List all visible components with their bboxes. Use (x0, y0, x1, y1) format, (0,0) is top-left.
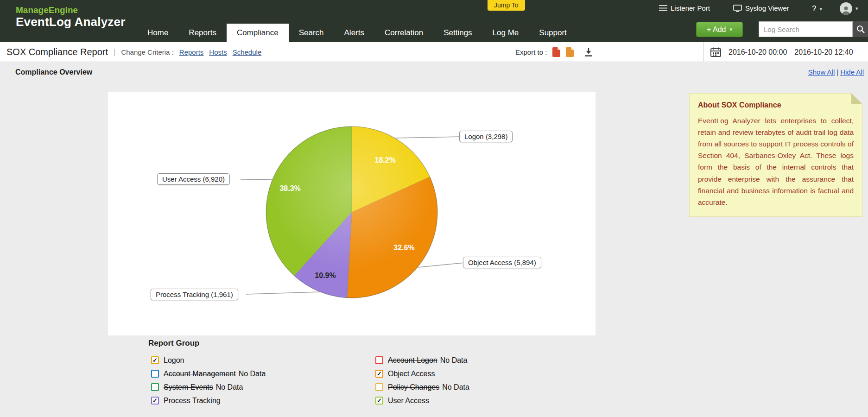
report-group-column-left: ✓ Logon ✓ Account ManagementNo Data ✓ Sy… (151, 354, 266, 407)
hide-all-link[interactable]: Hide All (840, 68, 864, 76)
page-title: SOX Compliance Report (6, 47, 108, 57)
brand-product-name: EventLog Analyzer (16, 15, 126, 29)
log-search-input[interactable] (759, 21, 853, 37)
no-data-label: No Data (442, 383, 469, 391)
nav-home[interactable]: Home (137, 24, 178, 42)
callout-process-tracking: Process Tracking (1,961) (151, 289, 238, 300)
criteria-hosts-link[interactable]: Hosts (209, 48, 227, 56)
no-data-label: No Data (440, 356, 468, 364)
listener-port-button[interactable]: Listener Port (659, 4, 710, 12)
checkbox[interactable]: ✓ (151, 370, 159, 378)
checkbox[interactable]: ✓ (151, 397, 159, 404)
criteria-schedule-link[interactable]: Schedule (233, 48, 262, 56)
checkbox[interactable]: ✓ (151, 356, 159, 364)
separator: | (836, 68, 838, 76)
pie-percentage-label: 32.6% (393, 244, 414, 252)
nav-correlation[interactable]: Correlation (374, 24, 433, 42)
callout-user-access: User Access (6,920) (157, 173, 230, 185)
syslog-viewer-icon (733, 5, 742, 12)
export-to-label: Export to : (515, 48, 547, 56)
report-group-label: Account Logon (388, 356, 437, 364)
report-group-label: Account Management (164, 370, 236, 378)
pie-percentage-label: 18.2% (375, 156, 396, 164)
about-panel-body: EventLog Analyzer lets enterprises to co… (698, 115, 854, 208)
chevron-down-icon: ▾ (855, 6, 858, 12)
export-csv-icon[interactable] (566, 47, 574, 57)
report-group-label: User Access (388, 397, 429, 404)
check-icon: ✓ (377, 371, 382, 377)
checkbox[interactable]: ✓ (375, 370, 383, 378)
add-button-label: + Add (707, 25, 726, 34)
syslog-viewer-label: Syslog Viewer (745, 4, 789, 12)
help-menu[interactable]: ? ▾ (812, 4, 822, 13)
chevron-down-icon: ▾ (729, 26, 732, 32)
date-to[interactable]: 2016-10-20 12:40 (794, 48, 853, 57)
nav-reports[interactable]: Reports (178, 24, 227, 42)
app-logo[interactable]: ManageEngine EventLog Analyzer (16, 6, 126, 28)
search-icon (856, 25, 865, 33)
report-title-bar: SOX Compliance Report | Change Criteria … (0, 42, 868, 62)
report-group-item-system-events[interactable]: ✓ System EventsNo Data (151, 380, 266, 394)
report-group-label: System Events (164, 383, 213, 391)
report-group-item-logon[interactable]: ✓ Logon (151, 354, 266, 367)
nav-search[interactable]: Search (289, 24, 334, 42)
top-header-bar: ManageEngine EventLog Analyzer Jump To L… (0, 0, 868, 42)
separator: | (114, 48, 115, 57)
checkbox[interactable]: ✓ (151, 383, 159, 391)
show-hide-controls: Show All|Hide All (808, 68, 864, 76)
syslog-viewer-button[interactable]: Syslog Viewer (733, 4, 789, 12)
report-group-heading: Report Group (148, 339, 200, 348)
export-pdf-icon[interactable] (552, 47, 560, 57)
report-group-label: Logon (164, 356, 184, 364)
report-group-item-process-tracking[interactable]: ✓ Process Tracking (151, 394, 266, 407)
checkbox[interactable]: ✓ (375, 397, 383, 404)
add-button[interactable]: + Add ▾ (696, 22, 743, 37)
help-icon: ? (812, 4, 816, 13)
nav-alerts[interactable]: Alerts (334, 24, 374, 42)
listener-port-icon (659, 5, 667, 12)
no-data-label: No Data (216, 383, 243, 391)
check-icon: ✓ (152, 357, 158, 363)
check-icon: ✓ (377, 398, 382, 404)
checkbox[interactable]: ✓ (375, 383, 383, 391)
criteria-reports-link[interactable]: Reports (179, 48, 204, 56)
listener-port-label: Listener Port (671, 4, 710, 12)
nav-log-me[interactable]: Log Me (482, 24, 529, 42)
about-sox-compliance-panel: About SOX Compliance EventLog Analyzer l… (689, 93, 862, 217)
report-group-item-policy-changes[interactable]: ✓ Policy ChangesNo Data (375, 380, 469, 394)
report-group-label: Policy Changes (388, 383, 439, 391)
change-criteria-label: Change Criteria : (121, 48, 173, 56)
report-group-column-right: ✓ Account LogonNo Data ✓ Object Access ✓… (375, 354, 469, 407)
search-button[interactable] (853, 21, 868, 37)
chevron-down-icon: ▾ (819, 6, 822, 12)
avatar (840, 2, 852, 15)
report-group-label: Object Access (388, 370, 435, 378)
callout-object-access: Object Access (5,894) (463, 257, 541, 268)
report-group-label: Process Tracking (164, 397, 221, 404)
checkbox[interactable]: ✓ (375, 356, 383, 364)
calendar-icon (710, 47, 721, 57)
nav-compliance[interactable]: Compliance (227, 24, 289, 42)
compliance-overview-heading: Compliance Overview (15, 68, 92, 76)
no-data-label: No Data (239, 370, 266, 378)
show-all-link[interactable]: Show All (808, 68, 835, 76)
report-group-item-object-access[interactable]: ✓ Object Access (375, 367, 469, 380)
check-icon: ✓ (152, 398, 158, 404)
date-from[interactable]: 2016-10-20 00:00 (729, 48, 787, 57)
report-group-item-account-management[interactable]: ✓ Account ManagementNo Data (151, 367, 266, 380)
callout-logon: Logon (3,298) (459, 131, 513, 142)
date-range-picker[interactable]: 2016-10-20 00:00 2016-10-20 12:40 (703, 42, 868, 62)
pie-percentage-label: 10.9% (315, 272, 336, 279)
chart-panel: 18.2%32.6%10.9%38.3% Logon (3,298) User … (108, 92, 596, 335)
download-icon[interactable] (584, 48, 593, 57)
report-group-item-account-logon[interactable]: ✓ Account LogonNo Data (375, 354, 469, 367)
nav-support[interactable]: Support (529, 24, 577, 42)
brand-manageengine: ManageEngine (16, 6, 126, 15)
report-group-item-user-access[interactable]: ✓ User Access (375, 394, 469, 407)
pie-percentage-label: 38.3% (279, 184, 300, 192)
user-account-menu[interactable]: ▾ (840, 2, 858, 15)
jump-to-button[interactable]: Jump To (488, 0, 525, 11)
main-nav: Home Reports Compliance Search Alerts Co… (137, 24, 577, 42)
nav-settings[interactable]: Settings (433, 24, 482, 42)
about-panel-title: About SOX Compliance (698, 101, 854, 109)
